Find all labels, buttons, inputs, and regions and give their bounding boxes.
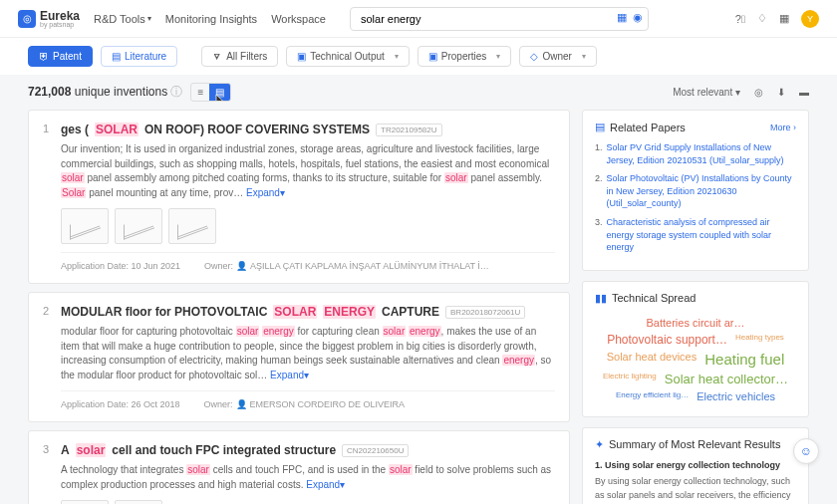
patent-id-tag: BR202018072061U	[445, 306, 525, 319]
assistant-button[interactable]: ☺	[793, 438, 819, 464]
nav-workspace[interactable]: Workspace	[271, 13, 326, 25]
view-toggle[interactable]: ≡ ▤	[190, 83, 231, 102]
application-date: Application Date: 10 Jun 2021	[61, 261, 180, 271]
result-count: 721,008 unique inventions ⓘ	[28, 84, 182, 101]
qr-icon[interactable]: ▦	[617, 11, 627, 24]
related-paper[interactable]: 2.Solar Photovoltaic (PV) Installations …	[595, 172, 796, 210]
tab-patent[interactable]: ⛨Patent	[28, 46, 93, 67]
technical-spread-card: ▮▮Technical Spread Batteries circuit ar……	[582, 281, 809, 417]
result-item[interactable]: 3 A solar cell and touch FPC integrated …	[29, 431, 569, 504]
nav-monitoring[interactable]: Monitoring Insights	[165, 13, 257, 25]
nav-rd-tools[interactable]: R&D Tools▾	[94, 13, 151, 25]
application-date: Application Date: 26 Oct 2018	[61, 399, 180, 409]
expand-link[interactable]: Expand▾	[246, 187, 285, 198]
summary-card: ✦Summary of Most Relevant Results 1. Usi…	[582, 427, 809, 504]
result-thumbnail[interactable]	[61, 500, 109, 504]
filter-properties[interactable]: ▣Properties▾	[418, 46, 512, 67]
sort-dropdown[interactable]: Most relevant ▾	[673, 87, 740, 98]
papers-icon: ▤	[595, 121, 605, 133]
avatar[interactable]: Y	[801, 10, 819, 28]
cloud-term[interactable]: Electric lighting	[603, 372, 657, 386]
result-item[interactable]: 2 MODULAR floor for PHOTOVOLTAIC SOLAR E…	[29, 293, 569, 421]
filter-owner[interactable]: ◇Owner▾	[519, 46, 596, 67]
chevron-down-icon: ▾	[147, 14, 151, 23]
sparkle-icon: ✦	[595, 438, 604, 451]
result-thumbnail[interactable]	[115, 500, 162, 504]
result-thumbnail[interactable]	[168, 208, 216, 244]
bell-icon[interactable]: ♢	[757, 12, 767, 25]
filter-tech-output[interactable]: ▣Technical Output▾	[286, 46, 410, 67]
result-snippet: A technology that integrates solar cells…	[61, 463, 555, 492]
related-paper[interactable]: 3.Characteristic analysis of compressed …	[595, 216, 796, 254]
search-input[interactable]	[350, 7, 649, 31]
tab-literature[interactable]: ▤Literature	[101, 46, 177, 67]
result-thumbnail[interactable]	[115, 208, 162, 244]
apps-icon[interactable]: ▦	[779, 12, 789, 25]
owner: Owner: 👤 EMERSON CORDEIRO DE OLIVEIRA	[204, 399, 406, 409]
logo-subtext: by patsnap	[40, 21, 80, 28]
result-title[interactable]: MODULAR floor for PHOTOVOLTAIC SOLAR ENE…	[61, 305, 555, 319]
target-icon[interactable]: ◎	[754, 87, 763, 98]
cloud-term[interactable]: Energy efficient lig…	[616, 390, 689, 402]
filter-all[interactable]: ⛛All Filters	[201, 46, 278, 67]
search-box: ▦ ◉	[350, 7, 649, 31]
expand-link[interactable]: Expand▾	[306, 479, 345, 490]
logo-icon: ◎	[18, 10, 36, 28]
cloud-term[interactable]: Heating types	[735, 333, 784, 347]
expand-link[interactable]: Expand▾	[270, 370, 309, 380]
patent-id-tag: TR202109582U	[376, 124, 441, 136]
cloud-term[interactable]: Photovoltaic support…	[607, 333, 727, 347]
save-icon[interactable]: ▬	[799, 87, 809, 98]
cloud-term[interactable]: Batteries circuit ar…	[646, 317, 744, 329]
view-grid-icon: ▤	[209, 84, 230, 101]
chart-icon: ▮▮	[595, 292, 607, 305]
result-number: 3	[43, 443, 51, 504]
result-title[interactable]: ges (SOLAR ON ROOF) ROOF COVERING SYSTEM…	[61, 123, 555, 136]
download-icon[interactable]: ⬇	[777, 87, 785, 98]
cloud-term[interactable]: Electric vehicles	[697, 390, 775, 402]
camera-icon[interactable]: ◉	[633, 11, 643, 24]
result-snippet: Our invention; It is used in organized i…	[61, 142, 555, 200]
view-list-icon: ≡	[191, 84, 209, 101]
result-title[interactable]: A solar cell and touch FPC integrated st…	[61, 443, 555, 457]
more-link[interactable]: More ›	[770, 123, 796, 132]
related-papers-card: ▤Related PapersMore › 1.Solar PV Grid Su…	[582, 110, 809, 271]
result-thumbnail[interactable]	[61, 208, 109, 244]
cloud-term[interactable]: Solar heat devices	[607, 351, 698, 368]
owner: Owner: 👤 AŞILLA ÇATI KAPLAMA İNŞAAT ALÜM…	[204, 261, 489, 271]
related-paper[interactable]: 1.Solar PV Grid Supply Installations of …	[595, 141, 796, 166]
cloud-term[interactable]: Solar heat collector…	[665, 372, 788, 386]
help-icon[interactable]: ?⃝	[735, 13, 745, 25]
logo[interactable]: ◎ Eureka by patsnap	[18, 9, 80, 28]
cloud-term[interactable]: Heating fuel	[704, 351, 784, 368]
patent-id-tag: CN202210650U	[342, 444, 409, 457]
result-number: 2	[43, 305, 51, 409]
result-number: 1	[43, 123, 51, 271]
result-item[interactable]: 1 ges (SOLAR ON ROOF) ROOF COVERING SYST…	[29, 111, 569, 283]
result-snippet: modular floor for capturing photovoltaic…	[61, 325, 555, 382]
